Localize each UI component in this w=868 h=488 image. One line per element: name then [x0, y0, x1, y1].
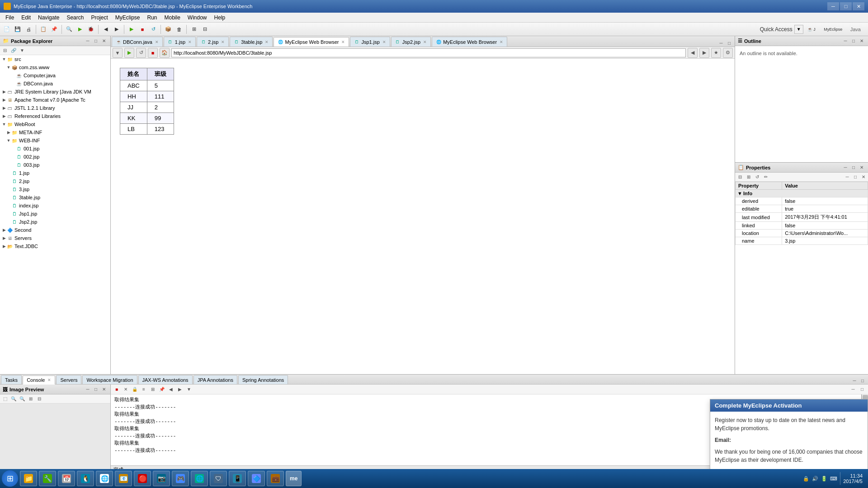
expand-icon[interactable]: ▶ [2, 236, 6, 240]
url-input[interactable] [171, 48, 686, 57]
taskbar-btn-diamond[interactable]: 🔷 [248, 471, 265, 486]
start-button[interactable]: ⊞ [2, 470, 18, 487]
expand-icon[interactable]: ▼ [2, 57, 6, 61]
nav-play-button[interactable]: ▶ [124, 48, 134, 58]
server-stop-button[interactable]: ■ [137, 24, 147, 34]
tree-item[interactable]: ▶ 📂 Text.JDBC [0, 242, 110, 250]
tab-close-button[interactable]: ✕ [265, 40, 269, 44]
tab-maximize-button[interactable]: □ [726, 39, 733, 47]
properties-maximize-button[interactable]: □ [850, 164, 857, 171]
tree-item[interactable]: ▶ 🔷 Second [0, 226, 110, 234]
back-button[interactable]: ◀ [101, 24, 111, 34]
menu-navigate[interactable]: Navigate [34, 14, 63, 22]
nav-forward-button[interactable]: ▶ [699, 48, 709, 58]
tab-tasks[interactable]: Tasks [1, 375, 22, 384]
outline-maximize-button[interactable]: □ [850, 38, 857, 45]
panel-close-button[interactable]: ✕ [100, 38, 108, 45]
tree-item[interactable]: 🗒 index.jsp [0, 202, 110, 210]
prop-ctrl-2[interactable]: □ [852, 174, 859, 181]
lower-minimize-button[interactable]: ─ [851, 377, 858, 384]
console-minimize-button[interactable]: ─ [849, 385, 857, 394]
tree-item[interactable]: ▶ 🗃 JRE System Library [Java JDK VM [0, 88, 110, 96]
menu-file[interactable]: File [2, 14, 18, 22]
taskbar-btn-calc[interactable]: 📅 [58, 471, 75, 486]
tab-close-button[interactable]: ✕ [423, 40, 427, 44]
menu-window[interactable]: Window [184, 14, 211, 22]
image-preview-minimize[interactable]: ─ [84, 386, 91, 393]
properties-close-button[interactable]: ✕ [858, 164, 865, 171]
tree-item[interactable]: ▶ 🖥 Servers [0, 234, 110, 242]
search-button[interactable]: 🔍 [64, 24, 74, 34]
tab-jpa[interactable]: JPA Annotations [193, 375, 237, 384]
tree-item[interactable]: 🗒 001.jsp [0, 145, 110, 153]
console-filter-button[interactable]: ≡ [140, 385, 148, 394]
menu-help[interactable]: Help [211, 14, 229, 22]
taskbar-btn-me[interactable]: me [286, 471, 302, 486]
image-preview-maximize[interactable]: □ [92, 386, 99, 393]
menu-run[interactable]: Run [143, 14, 160, 22]
expand-icon[interactable]: ▶ [2, 244, 6, 249]
expand-icon[interactable]: ▶ [2, 98, 6, 102]
tree-item[interactable]: ☕ Computer.java [0, 71, 110, 80]
tab-spring[interactable]: Spring Annotations [238, 375, 288, 384]
server-restart-button[interactable]: ↺ [148, 24, 158, 34]
image-preview-close[interactable]: ✕ [100, 386, 108, 393]
save-button[interactable]: 💾 [13, 24, 23, 34]
tab-close-button[interactable]: ✕ [500, 40, 503, 44]
expand-icon[interactable]: ▶ [2, 106, 6, 110]
menu-project[interactable]: Project [87, 14, 111, 22]
nav-home-button[interactable]: 🏠 [160, 48, 170, 58]
view-menu-button[interactable]: ▼ [18, 47, 26, 55]
expand-icon[interactable]: ▶ [2, 228, 6, 232]
prop-restore-button[interactable]: ↺ [753, 173, 761, 181]
perspective-java-button[interactable]: ☕ J [805, 24, 818, 34]
tab-servers[interactable]: Servers [56, 375, 81, 384]
console-scroll-lock-button[interactable]: 🔒 [131, 385, 139, 394]
console-clear-button[interactable]: ✕ [122, 385, 130, 394]
tab-jsp2[interactable]: 🗒 Jsp2.jsp ✕ [391, 37, 431, 47]
img-prev-btn-4[interactable]: ⊞ [27, 395, 35, 403]
taskbar-btn-shield[interactable]: 🛡 [210, 471, 227, 486]
taskbar-btn-penguin[interactable]: 🐧 [77, 471, 94, 486]
tree-item[interactable]: 🗒 Jsp1.jsp [0, 210, 110, 218]
tree-item[interactable]: 🗒 Jsp2.jsp [0, 218, 110, 226]
expand-icon[interactable]: ▶ [2, 114, 6, 118]
run-button[interactable]: ▶ [75, 24, 85, 34]
tab-1jsp[interactable]: 🗒 1.jsp ✕ [164, 37, 196, 47]
tab-jax-ws[interactable]: JAX-WS Annotations [138, 375, 193, 384]
img-prev-btn-1[interactable]: ⬚ [1, 395, 9, 403]
tree-item[interactable]: ▼ 📁 src [0, 55, 110, 63]
taskbar-btn-mobile[interactable]: 📱 [229, 471, 246, 486]
tree-item[interactable]: 🗒 2.jsp [0, 177, 110, 185]
minimize-button[interactable]: ─ [827, 2, 839, 10]
taskbar-btn-game[interactable]: 🎮 [172, 471, 189, 486]
server-start-button[interactable]: ▶ [127, 24, 137, 34]
tree-item[interactable]: ▶ 🗃 Referenced Libraries [0, 112, 110, 120]
tab-browser-active[interactable]: 🌐 MyEclipse Web Browser ✕ [274, 37, 349, 47]
img-prev-btn-3[interactable]: 🔍 [18, 395, 26, 403]
console-view-button[interactable]: ⊞ [149, 385, 157, 394]
deploy-button[interactable]: 📦 [163, 24, 173, 34]
tab-close-button[interactable]: ✕ [341, 40, 345, 44]
maximize-button[interactable]: □ [840, 2, 852, 10]
debug-button[interactable]: 🐞 [86, 24, 96, 34]
prop-edit-button[interactable]: ✏ [762, 173, 770, 181]
console-prev-button[interactable]: ◀ [167, 385, 175, 394]
tree-item[interactable]: 🗒 3.jsp [0, 185, 110, 193]
prop-ctrl-1[interactable]: ─ [844, 174, 851, 181]
outline-close-button[interactable]: ✕ [858, 38, 865, 45]
quick-access-button[interactable]: ▼ [794, 25, 803, 34]
copy-button[interactable]: 📋 [38, 24, 48, 34]
menu-edit[interactable]: Edit [18, 14, 34, 22]
tab-2jsp[interactable]: 🗒 2.jsp ✕ [197, 37, 229, 47]
tree-item[interactable]: ▼ 📁 WebRoot [0, 120, 110, 128]
tree-item[interactable]: ▼ 📁 WEB-INF [0, 136, 110, 145]
panel-minimize-button[interactable]: ─ [84, 38, 91, 45]
tab-dbconn[interactable]: ☕ DBConn.java ✕ [112, 37, 163, 47]
close-button[interactable]: ✕ [853, 2, 864, 10]
tree-item[interactable]: ▶ 🗃 JSTL 1.2.1 Library [0, 104, 110, 112]
lower-maximize-button[interactable]: □ [859, 377, 866, 384]
prop-ctrl-3[interactable]: ✕ [860, 174, 867, 181]
panel-maximize-button[interactable]: □ [92, 38, 99, 45]
console-tab-close[interactable]: ✕ [47, 378, 51, 382]
